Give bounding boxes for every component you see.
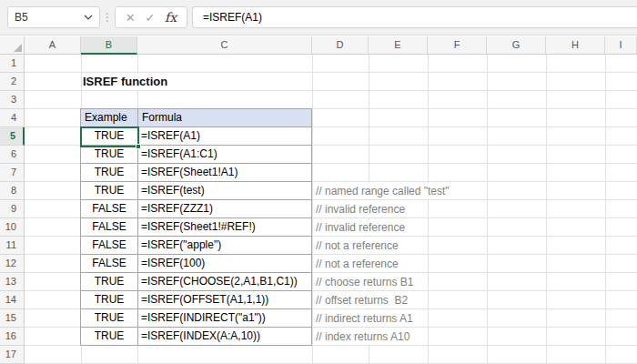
formula-cell[interactable]: =ISREF(100) bbox=[138, 255, 312, 273]
table-header-row: Example Formula bbox=[81, 109, 312, 127]
table-row: TRUE=ISREF(test) bbox=[81, 182, 312, 200]
example-cell[interactable]: TRUE bbox=[81, 127, 138, 146]
formula-cell[interactable]: =ISREF(Sheet1!A1) bbox=[138, 164, 312, 182]
row-header-7[interactable]: 7 bbox=[0, 164, 25, 182]
formula-cell[interactable]: =ISREF(test) bbox=[138, 182, 312, 200]
column-header-C[interactable]: C bbox=[137, 36, 312, 55]
formula-cell[interactable]: =ISREF(A1) bbox=[138, 127, 312, 146]
formula-cell[interactable]: =ISREF(INDIRECT("a1")) bbox=[138, 309, 312, 328]
comment-text[interactable]: // not a reference bbox=[314, 256, 401, 272]
column-header-A[interactable]: A bbox=[25, 36, 81, 55]
comment-text[interactable]: // named range called "test" bbox=[314, 183, 452, 199]
column-header-I[interactable]: I bbox=[605, 36, 637, 55]
comment-text[interactable]: // invalid reference bbox=[314, 201, 408, 217]
column-header-H[interactable]: H bbox=[546, 36, 605, 55]
select-all-button[interactable] bbox=[0, 36, 25, 55]
formula-bar: B5 ⋮ ✕ ✓ fx =ISREF(A1) bbox=[0, 0, 637, 35]
comment-text[interactable]: // offset returns B2 bbox=[314, 292, 410, 308]
example-cell[interactable]: TRUE bbox=[81, 182, 138, 200]
cell-reference: B5 bbox=[15, 11, 28, 24]
row-header-10[interactable]: 10 bbox=[0, 218, 25, 237]
formula-cell[interactable]: =ISREF(A1:C1) bbox=[138, 146, 312, 164]
row-header-8[interactable]: 8 bbox=[0, 182, 25, 200]
column-header-D[interactable]: D bbox=[312, 36, 369, 55]
table-row: TRUE=ISREF(Sheet1!A1) bbox=[81, 164, 312, 182]
row-header-2[interactable]: 2 bbox=[0, 73, 25, 91]
row-header-12[interactable]: 12 bbox=[0, 255, 25, 273]
comment-text[interactable]: // indirect returns A1 bbox=[314, 310, 416, 327]
row-header-15[interactable]: 15 bbox=[0, 309, 25, 328]
row-header-16[interactable]: 16 bbox=[0, 328, 25, 346]
column-header-F[interactable]: F bbox=[428, 36, 487, 55]
example-cell[interactable]: TRUE bbox=[81, 273, 138, 291]
table-row: TRUE=ISREF(OFFSET(A1,1,1)) bbox=[81, 291, 312, 309]
spreadsheet-grid: ABCDEFGHI 1234567891011121314151617 ISRE… bbox=[0, 36, 637, 364]
row-header-3[interactable]: 3 bbox=[0, 91, 25, 109]
example-cell[interactable]: TRUE bbox=[81, 291, 138, 309]
row-header-11[interactable]: 11 bbox=[0, 237, 25, 255]
example-cell[interactable]: TRUE bbox=[81, 146, 138, 164]
column-header-B[interactable]: B bbox=[81, 36, 137, 55]
comment-text[interactable]: // choose returns B1 bbox=[314, 274, 416, 290]
table-row: TRUE=ISREF(INDEX(A:A,10)) bbox=[81, 328, 312, 346]
example-cell[interactable]: FALSE bbox=[81, 255, 138, 273]
example-cell[interactable]: FALSE bbox=[81, 218, 138, 237]
example-cell[interactable]: TRUE bbox=[81, 328, 138, 346]
table-row: FALSE=ISREF(100) bbox=[81, 255, 312, 273]
example-cell[interactable]: FALSE bbox=[81, 237, 138, 255]
table-row: TRUE=ISREF(CHOOSE(2,A1,B1,C1)) bbox=[81, 273, 312, 291]
row-header-14[interactable]: 14 bbox=[0, 291, 25, 309]
table-header-example[interactable]: Example bbox=[81, 109, 138, 127]
row-header-13[interactable]: 13 bbox=[0, 273, 25, 291]
row-header-17[interactable]: 17 bbox=[0, 346, 25, 364]
formula-cell[interactable]: =ISREF(OFFSET(A1,1,1)) bbox=[138, 291, 312, 309]
cancel-icon[interactable]: ✕ bbox=[126, 12, 136, 24]
comment-text[interactable]: // index returns A10 bbox=[314, 329, 412, 345]
formula-cell[interactable]: =ISREF("apple") bbox=[138, 237, 312, 255]
column-header-G[interactable]: G bbox=[487, 36, 546, 55]
table-row: FALSE=ISREF(Sheet1!#REF!) bbox=[81, 218, 312, 237]
excel-window: B5 ⋮ ✕ ✓ fx =ISREF(A1) ABCDEFGHI 1234567… bbox=[0, 0, 637, 364]
gridline-v bbox=[312, 55, 313, 364]
formula-cell[interactable]: =ISREF(CHOOSE(2,A1,B1,C1)) bbox=[138, 273, 312, 291]
table-row: FALSE=ISREF("apple") bbox=[81, 237, 312, 255]
row-header-9[interactable]: 9 bbox=[0, 200, 25, 218]
example-table: Example Formula TRUE=ISREF(A1)TRUE=ISREF… bbox=[80, 108, 312, 346]
fill-handle[interactable] bbox=[136, 144, 141, 149]
table-header-formula[interactable]: Formula bbox=[138, 109, 312, 127]
chevron-down-icon[interactable] bbox=[84, 15, 93, 20]
row-header-1[interactable]: 1 bbox=[0, 55, 25, 73]
table-row: FALSE=ISREF(ZZZ1) bbox=[81, 200, 312, 218]
corner-triangle-icon bbox=[14, 44, 22, 52]
example-cell[interactable]: TRUE bbox=[81, 309, 138, 328]
example-cell[interactable]: FALSE bbox=[81, 200, 138, 218]
comment-text[interactable]: // invalid reference bbox=[314, 219, 408, 236]
example-cell[interactable]: TRUE bbox=[81, 164, 138, 182]
formula-cell[interactable]: =ISREF(Sheet1!#REF!) bbox=[138, 218, 312, 237]
formula-input[interactable]: =ISREF(A1) bbox=[192, 6, 637, 28]
formula-controls: ✕ ✓ fx bbox=[115, 6, 187, 28]
enter-icon[interactable]: ✓ bbox=[145, 12, 155, 24]
sheet-title[interactable]: ISREF function bbox=[83, 74, 171, 90]
row-header-4[interactable]: 4 bbox=[0, 109, 25, 127]
formula-cell[interactable]: =ISREF(ZZZ1) bbox=[138, 200, 312, 218]
formula-cell[interactable]: =ISREF(INDEX(A:A,10)) bbox=[138, 328, 312, 346]
column-header-E[interactable]: E bbox=[369, 36, 428, 55]
row-header-5[interactable]: 5 bbox=[0, 127, 25, 146]
row-header-6[interactable]: 6 bbox=[0, 146, 25, 164]
table-row: TRUE=ISREF(A1:C1) bbox=[81, 146, 312, 164]
insert-function-icon[interactable]: fx bbox=[165, 11, 177, 24]
separator-dots-icon: ⋮ bbox=[103, 6, 112, 28]
gridline-v bbox=[546, 55, 547, 364]
comment-text[interactable]: // not a reference bbox=[314, 238, 401, 254]
gridline-v bbox=[487, 55, 488, 364]
name-box[interactable]: B5 bbox=[7, 6, 100, 28]
gridline-v bbox=[428, 55, 429, 364]
gridline-v bbox=[605, 55, 606, 364]
table-row: TRUE=ISREF(A1) bbox=[81, 127, 312, 146]
table-row: TRUE=ISREF(INDIRECT("a1")) bbox=[81, 309, 312, 328]
